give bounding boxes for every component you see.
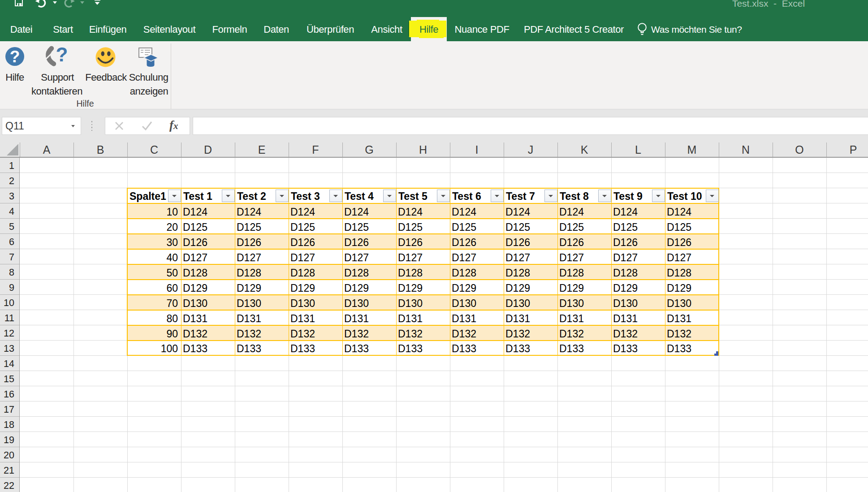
svg-text:?: ?: [10, 47, 20, 66]
svg-text:?: ?: [56, 45, 68, 65]
